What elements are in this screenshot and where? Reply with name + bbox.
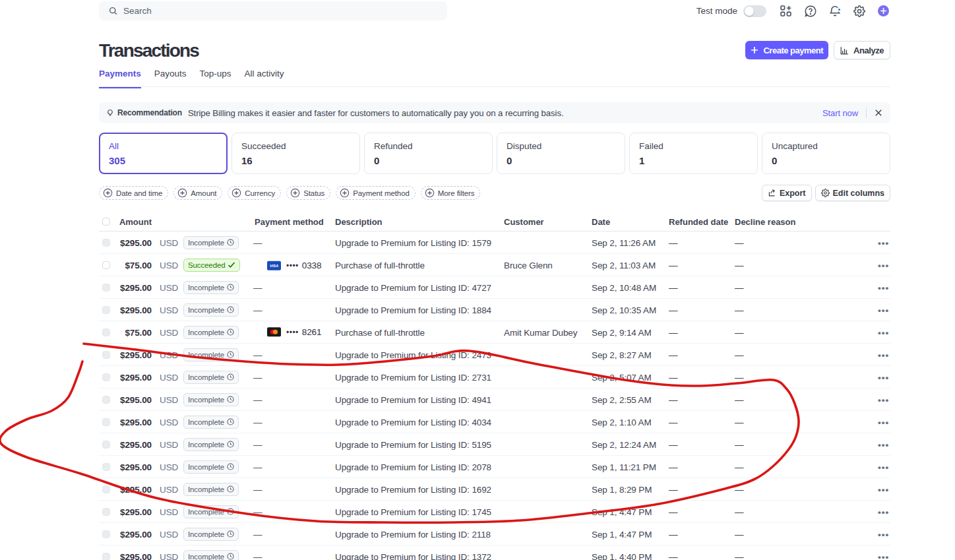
svg-text:VISA: VISA (270, 263, 278, 267)
